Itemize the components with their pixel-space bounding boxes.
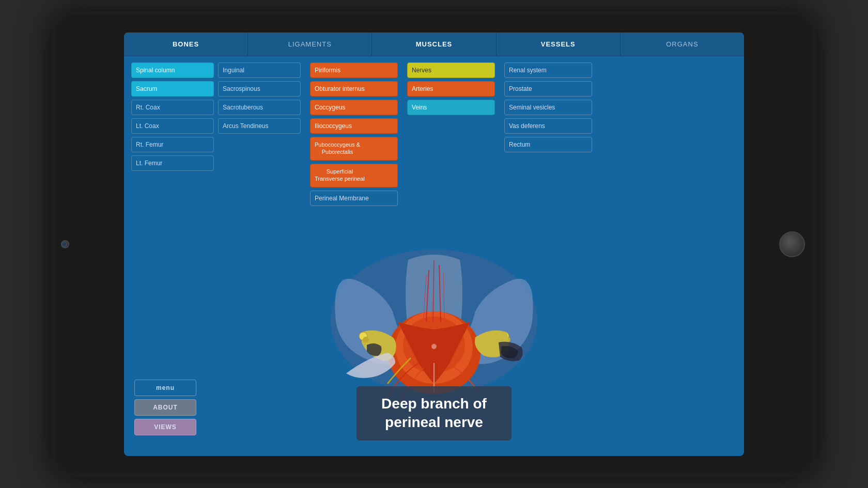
bottom-buttons: menu ABOUT VIEWS xyxy=(134,380,196,435)
about-button[interactable]: ABOUT xyxy=(134,399,196,416)
tablet-frame: BONES LIGAMENTS MUSCLES VESSELS ORGANS S… xyxy=(52,12,816,477)
home-button[interactable] xyxy=(779,231,805,257)
tab-muscles[interactable]: MUSCLES xyxy=(372,33,496,56)
nav-bar: BONES LIGAMENTS MUSCLES VESSELS ORGANS xyxy=(124,33,744,56)
tab-bones[interactable]: BONES xyxy=(124,33,248,56)
anatomy-illustration xyxy=(315,218,553,415)
tab-ligaments[interactable]: LIGAMENTS xyxy=(248,33,372,56)
camera-dot xyxy=(61,241,67,247)
anatomy-label: Deep branch of perineal nerve xyxy=(357,386,512,440)
svg-point-10 xyxy=(363,337,369,343)
views-button[interactable]: VIEWS xyxy=(134,419,196,435)
screen: BONES LIGAMENTS MUSCLES VESSELS ORGANS S… xyxy=(124,33,744,456)
tab-organs[interactable]: ORGANS xyxy=(621,33,744,56)
svg-point-13 xyxy=(431,344,437,349)
tab-vessels[interactable]: VESSELS xyxy=(497,33,621,56)
menu-button[interactable]: menu xyxy=(134,380,196,396)
